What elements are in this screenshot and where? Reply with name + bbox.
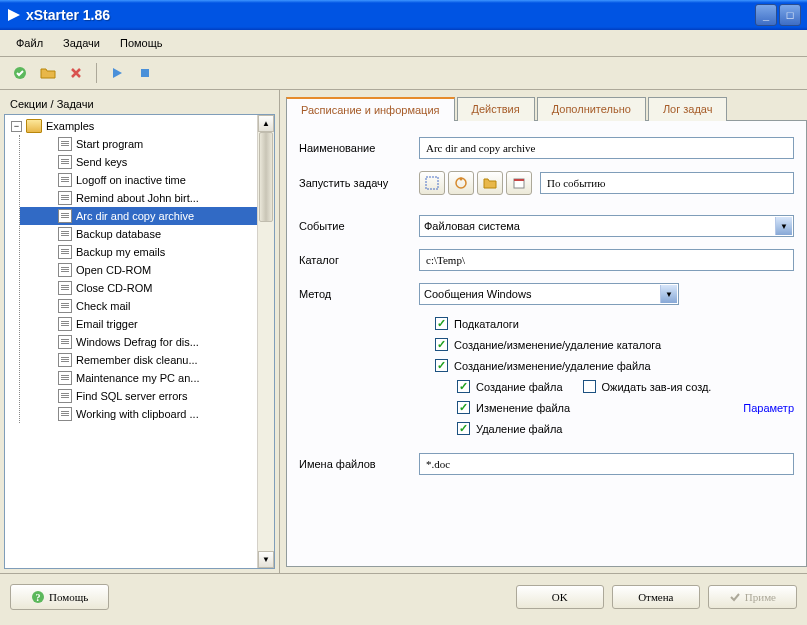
tab-actions[interactable]: Действия	[457, 97, 535, 121]
maximize-button[interactable]: □	[779, 4, 801, 26]
toolbar-folder-icon[interactable]	[36, 61, 60, 85]
tree-root[interactable]: − Examples	[7, 117, 272, 135]
checkbox-subdirs[interactable]: ✓	[435, 317, 448, 330]
file-icon	[58, 389, 72, 403]
tree-item-label: Backup my emails	[76, 246, 165, 258]
folder-icon	[26, 119, 42, 133]
svg-rect-6	[514, 179, 524, 181]
checkbox-dircrud[interactable]: ✓	[435, 338, 448, 351]
schedule-type-icon-1[interactable]	[419, 171, 445, 195]
bottom-bar: ? Помощь OK Отмена Приме	[0, 573, 807, 620]
tree-item[interactable]: Close CD-ROM	[20, 279, 272, 297]
schedule-type-icon-2[interactable]	[448, 171, 474, 195]
event-select[interactable]: Файловая система ▼	[419, 215, 794, 237]
tree-item-label: Start program	[76, 138, 143, 150]
tree-item[interactable]: Send keys	[20, 153, 272, 171]
catalog-input[interactable]	[419, 249, 794, 271]
tab-schedule[interactable]: Расписание и информация	[286, 97, 455, 121]
tree-item[interactable]: Windows Defrag for dis...	[20, 333, 272, 351]
app-icon	[6, 7, 22, 23]
toolbar-play-icon[interactable]	[105, 61, 129, 85]
tree-item[interactable]: Find SQL server errors	[20, 387, 272, 405]
tab-additional[interactable]: Дополнительно	[537, 97, 646, 121]
chevron-down-icon: ▼	[660, 285, 677, 303]
tree-item[interactable]: Arc dir and copy archive	[20, 207, 272, 225]
menu-tasks[interactable]: Задачи	[55, 34, 108, 52]
checkbox-filecrud[interactable]: ✓	[435, 359, 448, 372]
tree-item[interactable]: Maintenance my PC an...	[20, 369, 272, 387]
tree-root-label: Examples	[46, 120, 94, 132]
schedule-type-icon-3[interactable]	[477, 171, 503, 195]
cancel-button[interactable]: Отмена	[612, 585, 700, 609]
tree-item[interactable]: Working with clipboard ...	[20, 405, 272, 423]
tree-item[interactable]: Remember disk cleanu...	[20, 351, 272, 369]
toolbar-delete-icon[interactable]	[64, 61, 88, 85]
filenames-input[interactable]	[419, 453, 794, 475]
menu-file[interactable]: Файл	[8, 34, 51, 52]
tree-item[interactable]: Backup my emails	[20, 243, 272, 261]
file-icon	[58, 299, 72, 313]
apply-button[interactable]: Приме	[708, 585, 797, 609]
menu-help[interactable]: Помощь	[112, 34, 171, 52]
method-value: Сообщения Windows	[424, 288, 531, 300]
checkbox-filecreate[interactable]: ✓	[457, 380, 470, 393]
toolbar-stop-icon[interactable]	[133, 61, 157, 85]
name-input[interactable]	[419, 137, 794, 159]
schedule-type-icon-4[interactable]	[506, 171, 532, 195]
svg-text:?: ?	[36, 592, 41, 603]
tree-item-label: Logoff on inactive time	[76, 174, 186, 186]
tree-item[interactable]: Check mail	[20, 297, 272, 315]
tree-item[interactable]: Email trigger	[20, 315, 272, 333]
file-icon	[58, 407, 72, 421]
filenames-label: Имена файлов	[299, 458, 419, 470]
scroll-thumb[interactable]	[259, 132, 273, 222]
method-select[interactable]: Сообщения Windows ▼	[419, 283, 679, 305]
file-icon	[58, 173, 72, 187]
tree-item-label: Arc dir and copy archive	[76, 210, 194, 222]
runtask-input[interactable]	[540, 172, 794, 194]
file-icon	[58, 209, 72, 223]
tabs: Расписание и информация Действия Дополни…	[286, 96, 807, 121]
checkbox-dircrud-label: Создание/изменение/удаление каталога	[454, 339, 661, 351]
tree-item-label: Maintenance my PC an...	[76, 372, 200, 384]
scroll-up-icon[interactable]: ▲	[258, 115, 274, 132]
scrollbar[interactable]: ▲ ▼	[257, 115, 274, 568]
tree-container: − Examples Start programSend keysLogoff …	[4, 114, 275, 569]
toolbar-check-icon[interactable]	[8, 61, 32, 85]
apply-button-label: Приме	[745, 591, 776, 603]
left-panel-header: Секции / Задачи	[4, 94, 275, 114]
window-title: xStarter 1.86	[26, 7, 753, 23]
titlebar: xStarter 1.86 _ □	[0, 0, 807, 30]
tree-item[interactable]: Logoff on inactive time	[20, 171, 272, 189]
file-icon	[58, 353, 72, 367]
minimize-button[interactable]: _	[755, 4, 777, 26]
checkbox-waitcreate[interactable]: ✓	[583, 380, 596, 393]
toolbar	[0, 57, 807, 90]
scroll-down-icon[interactable]: ▼	[258, 551, 274, 568]
svg-rect-2	[426, 177, 438, 189]
tree-item[interactable]: Open CD-ROM	[20, 261, 272, 279]
checkbox-filedelete[interactable]: ✓	[457, 422, 470, 435]
ok-button[interactable]: OK	[516, 585, 604, 609]
params-link[interactable]: Параметр	[743, 402, 794, 414]
svg-point-4	[460, 178, 463, 181]
name-label: Наименование	[299, 142, 419, 154]
checkbox-filemodify[interactable]: ✓	[457, 401, 470, 414]
collapse-icon[interactable]: −	[11, 121, 22, 132]
help-button[interactable]: ? Помощь	[10, 584, 109, 610]
file-icon	[58, 245, 72, 259]
tree-item[interactable]: Start program	[20, 135, 272, 153]
check-icon	[729, 591, 741, 603]
help-button-label: Помощь	[49, 591, 88, 603]
file-icon	[58, 191, 72, 205]
menubar: Файл Задачи Помощь	[0, 30, 807, 57]
tree-item-label: Send keys	[76, 156, 127, 168]
tree-item[interactable]: Remind about John birt...	[20, 189, 272, 207]
tree-item-label: Email trigger	[76, 318, 138, 330]
tree-item-label: Find SQL server errors	[76, 390, 187, 402]
checkbox-subdirs-label: Подкаталоги	[454, 318, 519, 330]
tree-item-label: Close CD-ROM	[76, 282, 152, 294]
tree-item[interactable]: Backup database	[20, 225, 272, 243]
catalog-label: Каталог	[299, 254, 419, 266]
tab-log[interactable]: Лог задач	[648, 97, 728, 121]
